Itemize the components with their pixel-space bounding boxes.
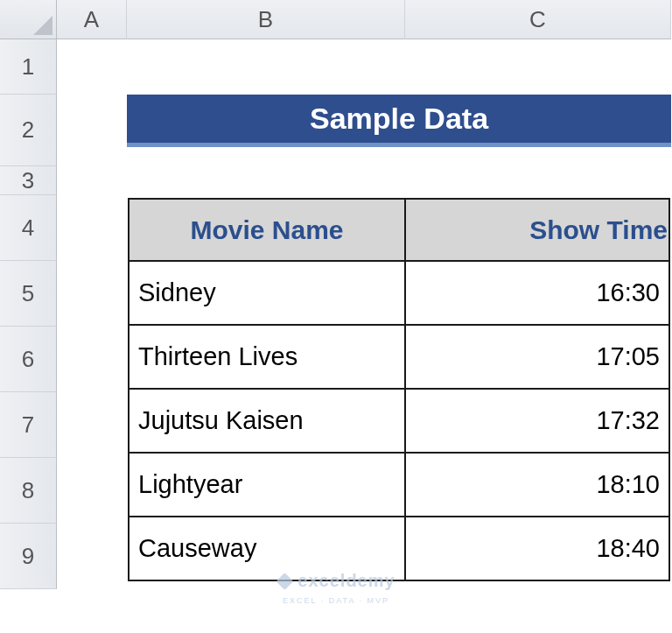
title-banner[interactable]: Sample Data [127,95,671,147]
cell-a5[interactable] [57,261,127,327]
cell-b3[interactable] [127,166,405,195]
table-row: Causeway 18:40 [129,517,669,580]
column-header-b[interactable]: B [127,0,405,39]
select-all-corner[interactable] [0,0,57,39]
cell-a8[interactable] [57,458,127,524]
cell-movie[interactable]: Jujutsu Kaisen [129,389,405,453]
column-header-row: A B C [0,0,672,39]
cell-movie[interactable]: Thirteen Lives [129,325,405,389]
table-row: Sidney 16:30 [129,261,669,325]
row-header-6[interactable]: 6 [0,327,57,392]
table-row: Thirteen Lives 17:05 [129,325,669,389]
cell-c1[interactable] [405,39,671,95]
column-header-c[interactable]: C [405,0,671,39]
cell-movie[interactable]: Sidney [129,261,405,325]
movie-data-table: Movie Name Show Time Sidney 16:30 Thirte… [128,198,670,581]
cell-time[interactable]: 18:10 [405,453,669,517]
cell-time[interactable]: 17:32 [405,389,669,453]
cell-a4[interactable] [57,195,127,261]
row-header-8[interactable]: 8 [0,458,57,524]
cell-a2[interactable] [57,95,127,166]
row-header-3[interactable]: 3 [0,166,57,195]
row-header-4[interactable]: 4 [0,195,57,261]
cell-a9[interactable] [57,524,127,589]
watermark-subtext: EXCEL · DATA · MVP [283,596,389,605]
cell-c3[interactable] [405,166,671,195]
cell-movie[interactable]: Causeway [129,517,405,580]
cell-time[interactable]: 16:30 [405,261,669,325]
cell-b1[interactable] [127,39,405,95]
row-header-7[interactable]: 7 [0,392,57,458]
table-header-row: Movie Name Show Time [129,199,669,261]
cell-a6[interactable] [57,327,127,392]
cell-a3[interactable] [57,166,127,195]
row-header-5[interactable]: 5 [0,261,57,327]
svg-marker-0 [33,16,52,35]
header-show-time[interactable]: Show Time [405,199,669,261]
select-all-triangle-icon [33,16,52,35]
cell-a1[interactable] [57,39,127,95]
row-header-2[interactable]: 2 [0,95,57,166]
row-3: 3 [0,166,672,195]
cell-a7[interactable] [57,392,127,458]
cell-time[interactable]: 17:05 [405,325,669,389]
table-row: Jujutsu Kaisen 17:32 [129,389,669,453]
cell-movie[interactable]: Lightyear [129,453,405,517]
row-header-9[interactable]: 9 [0,524,57,589]
cell-time[interactable]: 18:40 [405,517,669,580]
header-movie-name[interactable]: Movie Name [129,199,405,261]
table-row: Lightyear 18:10 [129,453,669,517]
column-header-a[interactable]: A [57,0,127,39]
row-1: 1 [0,39,672,95]
row-header-1[interactable]: 1 [0,39,57,95]
